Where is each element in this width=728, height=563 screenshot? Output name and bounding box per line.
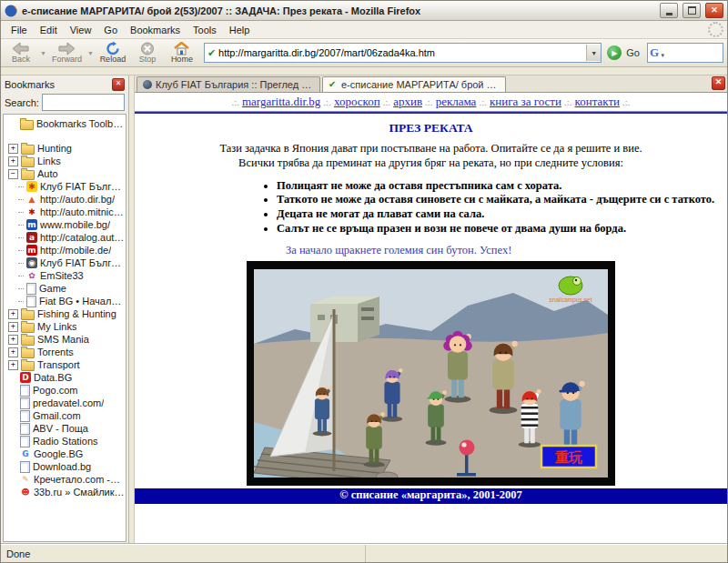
nav-separator: .:. (564, 96, 572, 107)
folder-icon (21, 145, 35, 155)
tab-fiat-club[interactable]: Клуб FIAT България :: Преглед на тема - … (136, 76, 320, 92)
go-button[interactable]: ▶ (607, 45, 622, 60)
folder-icon (21, 323, 35, 333)
sidebar-folder[interactable]: +Hunting (6, 142, 126, 155)
reload-button[interactable]: Reload (96, 42, 129, 64)
sidebar-folder[interactable]: +Transport (6, 358, 126, 371)
sidebar-folder[interactable]: +SMS Mania (6, 333, 126, 346)
sidebar-bookmark[interactable]: mhttp://mobile.de/ (6, 244, 126, 256)
replay-button[interactable]: 重玩 (541, 446, 596, 467)
minimize-button[interactable] (660, 3, 678, 18)
tree-line (18, 236, 24, 238)
navigation-rule (135, 111, 727, 114)
sidebar-bookmark[interactable]: mwww.mobile.bg/ (6, 218, 126, 231)
sidebar-bookmark[interactable]: ✱Клуб FIAT България (6, 180, 126, 193)
folder-icon (21, 336, 35, 346)
nav-link[interactable]: книга за гости (490, 95, 561, 108)
navigation-toolbar: Back ▼ Forward ▼ Reload Stop Home ✔ ▼ ▶ … (1, 39, 727, 67)
menu-edit[interactable]: Edit (34, 23, 64, 37)
nav-link[interactable]: архив (393, 95, 422, 108)
forward-icon (57, 42, 76, 55)
menu-view[interactable]: View (64, 23, 98, 37)
sidebar-search-input[interactable] (42, 94, 125, 111)
forward-button[interactable]: Forward (49, 42, 85, 64)
web-search-input[interactable] (666, 45, 721, 61)
search-dropdown-icon[interactable]: ▼ (660, 53, 665, 58)
menu-tools[interactable]: Tools (187, 23, 223, 37)
tree-line (18, 287, 24, 289)
sidebar-bookmark[interactable]: DData.BG (6, 371, 126, 384)
nav-link[interactable]: реклама (436, 95, 477, 108)
forward-dropdown-icon[interactable]: ▼ (87, 50, 94, 56)
expand-icon[interactable]: + (8, 360, 18, 370)
page-content: .:.margaritta.dir.bg.:.хороскоп.:.архив.… (135, 93, 727, 544)
home-button[interactable]: Home (166, 42, 198, 64)
cta-text: За начало щракнете големия син бутон. Ус… (286, 244, 727, 257)
expand-icon[interactable]: + (8, 156, 18, 166)
sidebar-folder[interactable]: −Auto (6, 167, 126, 180)
menu-help[interactable]: Help (223, 23, 257, 37)
bookmark-label: Auto (37, 168, 58, 179)
sidebar-bookmark[interactable]: Pogo.com (6, 384, 126, 397)
nav-separator: .:. (323, 96, 331, 107)
expand-icon[interactable]: + (8, 309, 18, 319)
restore-icon (688, 6, 696, 15)
sidebar-folder[interactable]: Bookmarks Toolbar Folder (6, 117, 126, 130)
bookmark-label: Hunting (37, 143, 72, 154)
bookmark-label: SMS Mania (37, 334, 89, 345)
collapse-icon[interactable]: − (8, 169, 18, 179)
flash-game[interactable]: snailcampus.net 重玩 (247, 261, 615, 486)
sidebar-bookmark[interactable]: ✱http://auto.mitnica.com/ (6, 206, 126, 218)
url-bar[interactable]: ✔ ▼ (204, 43, 602, 63)
sidebar-bookmark[interactable]: ahttp://catalog.auto.ru/ (6, 231, 126, 244)
sidebar-folder[interactable]: +Fishing & Hunting (6, 307, 126, 320)
url-input[interactable] (216, 47, 586, 58)
sidebar-bookmark[interactable]: Game (6, 282, 126, 295)
search-box[interactable]: G ▼ (647, 43, 723, 63)
menu-bookmarks[interactable]: Bookmarks (124, 23, 187, 37)
menu-go[interactable]: Go (97, 23, 124, 37)
sidebar-bookmark[interactable]: ✿EmSite33 (6, 269, 126, 282)
tab-margarita[interactable]: ✔ е-списание МАРГАРИТА/ брой 2(53)... (322, 76, 506, 92)
nav-separator: .:. (622, 96, 631, 107)
site-navigation: .:.margaritta.dir.bg.:.хороскоп.:.архив.… (135, 93, 727, 111)
sidebar-bookmark[interactable]: ◉Клуб FIAT България :: Прег... (6, 256, 126, 269)
nav-link[interactable]: контакти (575, 95, 621, 108)
nav-link[interactable]: хороскоп (334, 95, 380, 108)
sidebar-close-icon[interactable]: ✕ (112, 78, 125, 91)
expand-icon[interactable]: + (8, 322, 18, 332)
expand-icon[interactable]: + (8, 335, 18, 345)
tree-line (18, 224, 24, 226)
sidebar-bookmark[interactable]: Fiat BG • Начална страница (6, 295, 126, 307)
sidebar-bookmark[interactable]: ▲http://auto.dir.bg/ (6, 193, 126, 206)
expand-icon[interactable]: + (8, 347, 18, 357)
sidebar-bookmark[interactable]: ☻33b.ru » Смайлики - smiles.33b.... (6, 486, 126, 498)
stop-button[interactable]: Stop (131, 42, 164, 64)
tree-line (18, 211, 24, 213)
bookmarks-sidebar: Bookmarks ✕ Search: Bookmarks Toolbar Fo… (1, 75, 129, 544)
close-button[interactable]: ✕ (705, 3, 723, 18)
sidebar-bookmark[interactable]: predavatel.com/ (6, 397, 126, 409)
sidebar-bookmark[interactable]: Download.bg (6, 460, 126, 473)
sidebar-bookmark[interactable]: GGoogle.BG (6, 447, 126, 460)
sidebar-folder[interactable]: +My Links (6, 320, 126, 333)
tab-close-icon[interactable]: ✕ (712, 76, 725, 90)
nav-link[interactable]: margaritta.dir.bg (242, 95, 320, 108)
restore-button[interactable] (682, 3, 701, 18)
sidebar-bookmark[interactable]: Gmail.com (6, 409, 126, 422)
menu-file[interactable]: File (5, 23, 34, 37)
intro-line-2: Всички трябва да преминат на другия бряг… (135, 156, 727, 170)
sidebar-bookmark[interactable]: Radio Stations (6, 435, 126, 447)
sidebar-folder[interactable]: +Torrents (6, 346, 126, 358)
sidebar-bookmark[interactable]: ✎Кречетало.com -> Тема: Ориги... (6, 473, 126, 486)
page-icon (20, 397, 30, 409)
bookmark-label: Клуб FIAT България (40, 181, 126, 192)
expand-icon[interactable]: + (8, 144, 18, 154)
back-dropdown-icon[interactable]: ▼ (40, 50, 46, 56)
conditions-list: Полицаят не може да оставя престъпника с… (262, 179, 727, 236)
sidebar-bookmark[interactable]: ABV - Поща (6, 422, 126, 435)
url-dropdown-icon[interactable]: ▼ (586, 45, 601, 61)
logo-text: snailcampus.net (550, 297, 592, 304)
sidebar-folder[interactable]: +Links (6, 155, 126, 167)
back-button[interactable]: Back (5, 42, 37, 64)
